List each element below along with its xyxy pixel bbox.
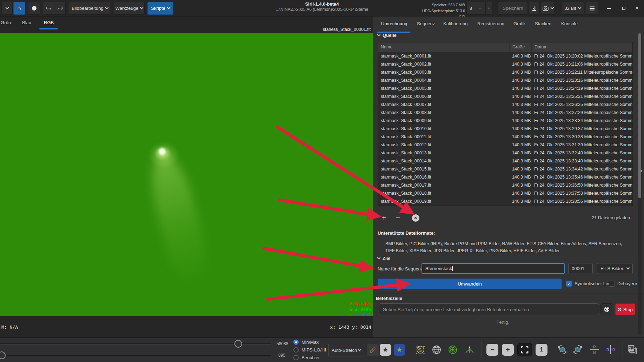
undo-button[interactable] [43, 2, 54, 15]
tab-konsole[interactable]: Konsole [561, 21, 578, 26]
redo-button[interactable] [54, 2, 66, 15]
rotate-cw-button[interactable] [571, 343, 584, 357]
tab-blau[interactable]: Blau [22, 20, 31, 25]
target-section-header[interactable]: Ziel [378, 256, 390, 261]
spinner-decrement[interactable]: − [477, 2, 484, 14]
spinner-increment[interactable]: + [485, 2, 492, 14]
table-row[interactable]: starmask_Stack_00006.fit140.3 MBFr 24. O… [378, 93, 632, 101]
table-row[interactable]: starmask_Stack_00009.fit140.3 MBFr 24. O… [378, 117, 632, 125]
table-row[interactable]: starmask_Stack_00008.fit140.3 MBFr 24. O… [378, 109, 632, 117]
table-row[interactable]: starmask_Stack_00013.fit140.3 MBFr 24. O… [378, 149, 632, 157]
panel-scrollbar[interactable] [638, 33, 642, 335]
table-row[interactable]: starmask_Stack_00001.fit140.3 MBFr 24. O… [378, 52, 632, 60]
home-button[interactable]: ⌂ [13, 2, 25, 15]
command-input[interactable] [379, 303, 599, 315]
symlink-checkbox[interactable]: ✓ [566, 281, 572, 287]
cell-size: 140.3 MB [509, 141, 531, 149]
column-size[interactable]: Größe [509, 42, 531, 52]
menu-werkzeuge[interactable]: Werkzeuge [114, 2, 145, 15]
pane-expander-arrow[interactable]: › [640, 167, 643, 174]
star-mask-button[interactable]: ★ [380, 344, 391, 356]
debayer-checkbox-row[interactable]: Debayern [609, 281, 637, 287]
stretch-mode-select[interactable]: Auto-Stretch [328, 344, 364, 356]
tab-umrechnung[interactable]: Umrechnung [381, 21, 407, 26]
photometry-button[interactable] [446, 343, 459, 357]
table-row[interactable]: starmask_Stack_00003.fit140.3 MBFr 24. O… [378, 68, 632, 76]
annotations-button[interactable] [430, 343, 443, 357]
cell-name: starmask_Stack_00017.fit [378, 181, 509, 189]
zoom-one-to-one-button[interactable]: 1 [536, 344, 547, 356]
tab-stacken[interactable]: Stacken [535, 21, 551, 26]
file-table-body: starmask_Stack_00001.fit140.3 MBFr 24. O… [378, 52, 632, 206]
tab-kalibrierung[interactable]: Kalibrierung [443, 21, 467, 26]
table-row[interactable]: starmask_Stack_00005.fit140.3 MBFr 24. O… [378, 85, 632, 93]
snapshot-button[interactable] [541, 2, 555, 15]
table-row[interactable]: starmask_Stack_00012.fit140.3 MBFr 24. O… [378, 141, 632, 149]
record-button[interactable] [28, 2, 40, 15]
sequence-name-label: Name für die Sequenz: [378, 266, 424, 272]
output-format-select[interactable]: FITS Bilder [597, 263, 633, 274]
tab-grafik[interactable]: Grafik [513, 21, 526, 26]
save-button[interactable]: Speichern [498, 2, 528, 15]
cell-name: starmask_Stack_00013.fit [378, 149, 509, 157]
star-detection-button[interactable]: ★ [394, 344, 405, 356]
app-menu-chevron-button[interactable] [1, 2, 13, 15]
channel-link-button[interactable] [366, 344, 379, 356]
high-slider-handle[interactable] [234, 340, 242, 348]
zoom-in-button[interactable]: + [502, 344, 514, 356]
table-row[interactable]: starmask_Stack_00016.fit140.3 MBFr 24. O… [378, 173, 632, 181]
table-row[interactable]: starmask_Stack_00018.fit140.3 MBFr 24. O… [378, 189, 632, 197]
command-list-button[interactable] [600, 303, 613, 315]
table-row[interactable]: starmask_Stack_00017.fit140.3 MBFr 24. O… [378, 181, 632, 189]
tab-rgb[interactable]: RGB [44, 20, 54, 25]
table-row[interactable]: starmask_Stack_00019.fit140.3 MBFr 24. O… [378, 197, 632, 206]
start-index-field[interactable]: 00001 [568, 263, 593, 274]
zoom-out-button[interactable]: − [486, 344, 498, 356]
sequence-name-input[interactable]: Sternenstack [421, 263, 565, 274]
table-row[interactable]: starmask_Stack_00002.fit140.3 MBFr 24. O… [378, 60, 632, 68]
fit-to-window-button[interactable] [517, 343, 532, 356]
rotate-ccw-icon [557, 344, 567, 355]
stop-button[interactable]: ✕ Stop [615, 303, 635, 315]
bit-depth-select[interactable]: 32 Bit [561, 2, 584, 15]
source-section-header[interactable]: Quelle [378, 33, 397, 38]
table-row[interactable]: starmask_Stack_00014.fit140.3 MBFr 24. O… [378, 157, 632, 165]
add-files-button[interactable]: + [379, 213, 389, 222]
table-row[interactable]: starmask_Stack_00004.fit140.3 MBFr 24. O… [378, 76, 632, 85]
high-slider-track[interactable] [0, 343, 271, 344]
table-row[interactable]: starmask_Stack_00015.fit140.3 MBFr 24. O… [378, 165, 632, 173]
image-canvas[interactable] [0, 33, 373, 316]
radio-benutzer[interactable]: Benutzer [293, 354, 320, 361]
minimize-button[interactable] [601, 0, 616, 16]
tab-registrierung[interactable]: Registrierung [477, 21, 504, 26]
clear-files-button[interactable]: ✕ [411, 213, 420, 222]
table-row[interactable]: starmask_Stack_00011.fit140.3 MBFr 24. O… [378, 133, 632, 141]
table-row[interactable]: starmask_Stack_00010.fit140.3 MBFr 24. O… [378, 125, 632, 133]
remove-files-button[interactable]: − [393, 213, 403, 222]
thread-spinner[interactable]: 8 − + [466, 2, 492, 15]
close-button[interactable]: ✕ [629, 0, 644, 16]
debayer-checkbox[interactable] [609, 281, 615, 287]
tab-gruen[interactable]: Grün [1, 20, 11, 25]
rotate-ccw-button[interactable] [556, 343, 569, 357]
menu-skripte[interactable]: Skripte [147, 2, 173, 15]
low-slider-handle[interactable] [0, 351, 6, 359]
image-list-button[interactable] [626, 343, 639, 357]
flip-vertical-button[interactable]: R R [588, 343, 601, 357]
radio-mips[interactable]: MIPS-LO/HI [293, 346, 326, 353]
export-button[interactable] [529, 2, 540, 15]
table-row[interactable]: starmask_Stack_00007.fit140.3 MBFr 24. O… [378, 101, 632, 109]
flip-horizontal-button[interactable]: R Я [604, 343, 617, 357]
convert-button[interactable]: Umwandeln [378, 279, 562, 289]
menu-bildbearbeitung[interactable]: Bildbearbeitung [69, 2, 111, 15]
hamburger-menu-button[interactable] [586, 2, 598, 15]
cut-profile-button[interactable] [463, 343, 476, 357]
column-name[interactable]: Name [378, 42, 509, 52]
symlink-checkbox-row[interactable]: ✓ Symbolischer Link [566, 281, 612, 287]
tab-sequenz[interactable]: Sequenz [417, 21, 435, 26]
radio-minmax[interactable]: Min/Max [293, 338, 319, 346]
column-date[interactable]: Datum [531, 42, 632, 52]
one-to-one-label: 1 [540, 346, 543, 353]
low-slider-track[interactable] [0, 355, 271, 356]
astrometry-button[interactable] [414, 343, 427, 357]
